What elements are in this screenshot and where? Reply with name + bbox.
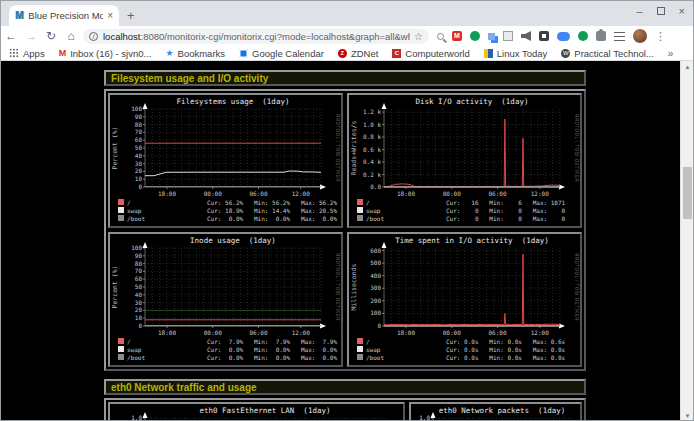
bookmark-computerworld[interactable]: CComputerworld xyxy=(392,48,469,59)
svg-text:12:00: 12:00 xyxy=(531,329,549,336)
url-host: localhost xyxy=(103,31,141,42)
bookmark-label: Inbox (16) - sjvn0... xyxy=(70,48,151,59)
graph-panel-eth0-traffic[interactable]: eth0 FastEthernet LAN (1day) RRDTOOL / T… xyxy=(108,402,405,421)
legend-name: swap xyxy=(127,346,142,354)
legend-swatch xyxy=(357,338,363,344)
bookmark-google-calendar[interactable]: Google Calendar xyxy=(239,48,324,59)
svg-text:60: 60 xyxy=(135,136,143,143)
legend-stats: Cur: 0 Min: 0 Max: 0 xyxy=(446,215,566,222)
bookmark-label: Computerworld xyxy=(405,48,469,59)
bookmark-practical-technology[interactable]: WPractical Technol... xyxy=(561,48,654,59)
svg-text:90: 90 xyxy=(135,113,143,120)
bookmark-label: Google Calendar xyxy=(252,48,324,59)
legend-swatch xyxy=(357,346,363,352)
green-dot-extension-icon[interactable] xyxy=(578,31,588,41)
bookmark-bookmarks[interactable]: ★Bookmarks xyxy=(165,48,225,59)
svg-text:06:00: 06:00 xyxy=(249,190,267,197)
svg-text:00:00: 00:00 xyxy=(204,329,222,336)
graph-panel-eth0-packets[interactable]: eth0 Network packets (1day) Packets/s RR… xyxy=(409,402,582,421)
svg-text:12:00: 12:00 xyxy=(531,190,549,197)
screenshot-extension-icon[interactable] xyxy=(539,31,549,41)
apps-shortcut[interactable]: Apps xyxy=(9,48,45,59)
chart-plot-area: 010203040506070809010018:0000:0006:0012:… xyxy=(131,103,326,197)
forward-button[interactable]: → xyxy=(21,29,41,43)
legend-stats: Cur: 0.0% Min: 0.0% Max: 0.0% xyxy=(207,346,337,353)
window-maximize-button[interactable] xyxy=(657,7,665,15)
page-extension-icon[interactable] xyxy=(503,31,513,41)
graph-panel-time-io[interactable]: Time spent in I/O activity (1day) Millis… xyxy=(347,232,582,367)
chart-title: eth0 Network packets (1day) xyxy=(439,406,565,415)
svg-text:06:00: 06:00 xyxy=(488,190,506,197)
monitorix-page: Filesystem usage and I/O activity Filesy… xyxy=(1,61,693,421)
bookmark-label: Linux Today xyxy=(497,48,548,59)
svg-text:18:00: 18:00 xyxy=(158,329,176,336)
browser-tab[interactable]: M Blue Precision Monitorix × xyxy=(9,5,119,26)
legend-name: /boot xyxy=(127,354,145,361)
bookmark-inbox[interactable]: MInbox (16) - sjvn0... xyxy=(59,48,152,59)
tab-close-icon[interactable]: × xyxy=(107,10,113,21)
svg-text:18:00: 18:00 xyxy=(397,190,415,197)
svg-text:18:00: 18:00 xyxy=(397,329,415,336)
graph-panel-filesystems-usage[interactable]: Filesystems usage (1day) Percent (%) RRD… xyxy=(108,93,343,228)
reading-list-icon[interactable] xyxy=(614,32,625,41)
bookmarks-overflow-chevron[interactable]: » xyxy=(668,48,674,59)
linux-today-icon xyxy=(484,49,493,58)
svg-text:80: 80 xyxy=(135,260,143,267)
blue-pill-extension-icon[interactable] xyxy=(557,32,570,41)
legend-swatch xyxy=(357,207,363,213)
svg-text:0.6 k: 0.6 k xyxy=(363,146,381,153)
gmail-extension-icon[interactable]: M xyxy=(452,31,462,41)
back-button[interactable]: ← xyxy=(1,29,21,43)
page-scrollbar[interactable]: ▲ ▼ xyxy=(680,61,693,421)
scrollbar-thumb[interactable] xyxy=(683,167,692,219)
graph-panel-disk-io[interactable]: Disk I/O activity (1day) Reads+Writes/s … xyxy=(347,93,582,228)
browser-toolbar: ← → ↻ ⌂ i localhost:8080/monitorix-cgi/m… xyxy=(1,26,693,46)
zdnet-icon: Z xyxy=(338,49,347,58)
legend-stats: Cur: 0.0% Min: 0.0% Max: 0.0% xyxy=(207,354,337,361)
tab-strip: M Blue Precision Monitorix × + – × xyxy=(1,1,693,26)
legend-swatch xyxy=(357,354,363,360)
rrdtool-signature: RRDTOOL / TOBI OETIKER xyxy=(574,253,579,321)
svg-text:1.0: 1.0 xyxy=(131,414,142,421)
search-extension-icon[interactable] xyxy=(437,33,444,40)
window-minimize-button[interactable]: – xyxy=(636,3,642,19)
svg-text:00:00: 00:00 xyxy=(204,190,222,197)
svg-text:300: 300 xyxy=(370,284,381,291)
graph-panel-inode-usage[interactable]: Inode usage (1day) Percent (%) RRDTOOL /… xyxy=(108,232,343,367)
reload-button[interactable]: ↻ xyxy=(41,29,61,43)
rrdtool-signature: RRDTOOL / TOBI OETIKER xyxy=(335,114,340,182)
bookmark-label: Apps xyxy=(23,48,45,59)
legend-stats: Cur: 16 Min: 6 Max: 1071 xyxy=(446,199,566,206)
address-bar[interactable]: i localhost:8080/monitorix-cgi/monitorix… xyxy=(83,29,429,44)
browser-menu-icon[interactable]: ⋮ xyxy=(655,30,663,43)
bookmark-star-icon[interactable]: ☆ xyxy=(414,31,423,42)
chart-plot-area: 0.00.2 k0.4 k0.6 k0.8 k1.0 k1.2 k18:0000… xyxy=(363,103,565,197)
computerworld-icon: C xyxy=(392,49,401,58)
svg-text:50: 50 xyxy=(135,283,143,290)
url-text: localhost:8080/monitorix-cgi/monitorix.c… xyxy=(103,31,410,42)
extensions-area: M ⋮ xyxy=(437,29,663,43)
new-tab-button[interactable]: + xyxy=(127,5,135,26)
svg-text:20: 20 xyxy=(135,167,143,174)
home-button[interactable]: ⌂ xyxy=(61,29,81,43)
rrdtool-signature: RRDTOOL / TOBI OETIKER xyxy=(574,114,579,182)
bookmark-linux-today[interactable]: Linux Today xyxy=(484,48,548,59)
legend-stats: Cur: 0 Min: 0 Max: 0 xyxy=(446,207,566,214)
legend-stats: Cur: 18.9% Min: 14.4% Max: 20.5% xyxy=(207,207,337,214)
hangouts-extension-icon[interactable] xyxy=(470,31,480,41)
profile-avatar[interactable] xyxy=(633,29,647,43)
legend-swatch xyxy=(118,199,124,205)
page-info-icon[interactable]: i xyxy=(89,32,98,41)
scroll-down-icon[interactable]: ▼ xyxy=(681,410,693,421)
extensions-puzzle-icon[interactable] xyxy=(596,31,606,41)
svg-text:0.2 k: 0.2 k xyxy=(363,171,381,178)
tabs-extension-icon[interactable] xyxy=(488,33,495,40)
window-close-button[interactable]: × xyxy=(679,3,685,19)
svg-text:20: 20 xyxy=(135,306,143,313)
speaker-extension-icon[interactable] xyxy=(521,31,531,41)
bookmark-zdnet[interactable]: ZZDNet xyxy=(338,48,378,59)
svg-text:0: 0 xyxy=(377,322,381,329)
legend-name: swap xyxy=(127,207,142,215)
legend-stats: Cur: 0.0s Min: 0.0s Max: 0.0s xyxy=(446,346,566,353)
scroll-up-icon[interactable]: ▲ xyxy=(681,61,693,73)
